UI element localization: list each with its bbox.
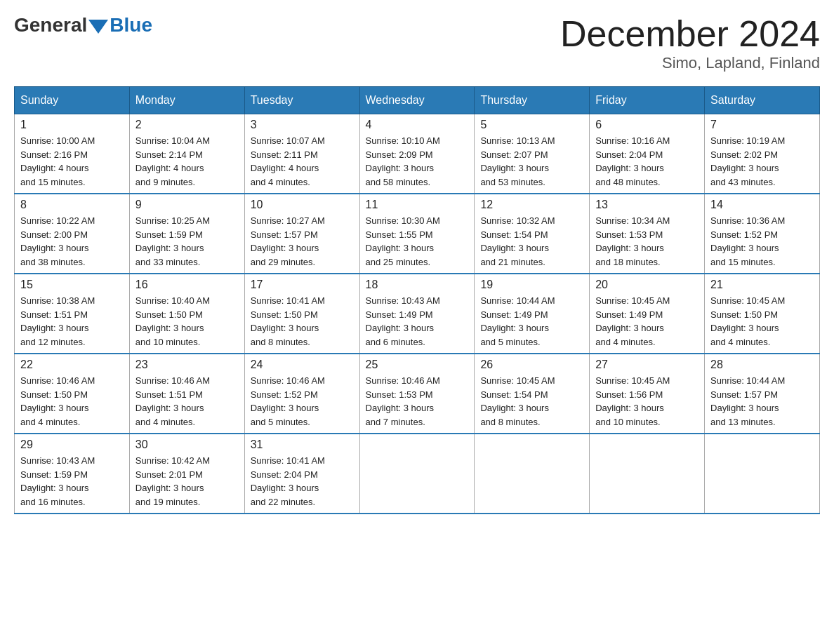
logo-general-text: General: [14, 14, 87, 36]
day-info: Sunrise: 10:36 AM Sunset: 1:52 PM Daylig…: [710, 214, 814, 269]
col-saturday: Saturday: [705, 87, 820, 114]
day-info: Sunrise: 10:25 AM Sunset: 1:59 PM Daylig…: [135, 214, 239, 269]
calendar-cell: 4 Sunrise: 10:10 AM Sunset: 2:09 PM Dayl…: [359, 114, 475, 194]
day-number: 14: [710, 199, 814, 211]
day-info: Sunrise: 10:38 AM Sunset: 1:51 PM Daylig…: [20, 294, 124, 349]
calendar-cell: 3 Sunrise: 10:07 AM Sunset: 2:11 PM Dayl…: [244, 114, 359, 194]
calendar-week-2: 8 Sunrise: 10:22 AM Sunset: 2:00 PM Dayl…: [15, 194, 820, 274]
col-sunday: Sunday: [15, 87, 130, 114]
calendar-cell: 24 Sunrise: 10:46 AM Sunset: 1:52 PM Day…: [244, 354, 359, 434]
calendar-cell: 29 Sunrise: 10:43 AM Sunset: 1:59 PM Day…: [15, 434, 130, 514]
day-info: Sunrise: 10:45 AM Sunset: 1:49 PM Daylig…: [595, 294, 699, 349]
day-number: 24: [251, 358, 354, 371]
day-number: 27: [595, 358, 699, 371]
day-info: Sunrise: 10:43 AM Sunset: 1:49 PM Daylig…: [366, 294, 469, 349]
day-info: Sunrise: 10:30 AM Sunset: 1:55 PM Daylig…: [366, 214, 469, 269]
day-number: 31: [251, 438, 354, 451]
day-info: Sunrise: 10:32 AM Sunset: 1:54 PM Daylig…: [480, 214, 583, 269]
day-info: Sunrise: 10:34 AM Sunset: 1:53 PM Daylig…: [595, 214, 699, 269]
day-info: Sunrise: 10:19 AM Sunset: 2:02 PM Daylig…: [710, 134, 814, 189]
day-info: Sunrise: 10:13 AM Sunset: 2:07 PM Daylig…: [480, 134, 583, 189]
col-friday: Friday: [590, 87, 705, 114]
col-wednesday: Wednesday: [359, 87, 475, 114]
day-info: Sunrise: 10:07 AM Sunset: 2:11 PM Daylig…: [251, 134, 354, 189]
calendar-cell: [359, 434, 475, 514]
day-number: 29: [20, 438, 124, 451]
day-info: Sunrise: 10:46 AM Sunset: 1:52 PM Daylig…: [251, 374, 354, 429]
day-number: 18: [366, 279, 469, 291]
calendar-cell: 30 Sunrise: 10:42 AM Sunset: 2:01 PM Day…: [129, 434, 244, 514]
day-number: 12: [480, 199, 583, 211]
calendar-cell: 22 Sunrise: 10:46 AM Sunset: 1:50 PM Day…: [15, 354, 130, 434]
day-number: 10: [251, 199, 354, 211]
calendar-week-3: 15 Sunrise: 10:38 AM Sunset: 1:51 PM Day…: [15, 274, 820, 354]
logo-triangle-icon: [88, 20, 108, 34]
col-monday: Monday: [129, 87, 244, 114]
calendar-cell: 9 Sunrise: 10:25 AM Sunset: 1:59 PM Dayl…: [129, 194, 244, 274]
day-number: 23: [135, 358, 239, 371]
day-info: Sunrise: 10:45 AM Sunset: 1:54 PM Daylig…: [480, 374, 583, 429]
day-info: Sunrise: 10:46 AM Sunset: 1:53 PM Daylig…: [366, 374, 469, 429]
month-title: December 2024: [560, 14, 820, 54]
calendar-cell: 5 Sunrise: 10:13 AM Sunset: 2:07 PM Dayl…: [475, 114, 590, 194]
calendar-week-4: 22 Sunrise: 10:46 AM Sunset: 1:50 PM Day…: [15, 354, 820, 434]
day-number: 26: [480, 358, 583, 371]
calendar-cell: 27 Sunrise: 10:45 AM Sunset: 1:56 PM Day…: [590, 354, 705, 434]
day-number: 2: [135, 119, 239, 131]
logo-blue-text: Blue: [110, 14, 152, 36]
calendar-cell: 31 Sunrise: 10:41 AM Sunset: 2:04 PM Day…: [244, 434, 359, 514]
day-number: 15: [20, 279, 124, 291]
day-number: 30: [135, 438, 239, 451]
day-info: Sunrise: 10:16 AM Sunset: 2:04 PM Daylig…: [595, 134, 699, 189]
day-number: 19: [480, 279, 583, 291]
day-number: 9: [135, 199, 239, 211]
day-info: Sunrise: 10:41 AM Sunset: 2:04 PM Daylig…: [251, 454, 354, 509]
day-info: Sunrise: 10:43 AM Sunset: 1:59 PM Daylig…: [20, 454, 124, 509]
day-number: 5: [480, 119, 583, 131]
day-info: Sunrise: 10:04 AM Sunset: 2:14 PM Daylig…: [135, 134, 239, 189]
calendar-cell: 7 Sunrise: 10:19 AM Sunset: 2:02 PM Dayl…: [705, 114, 820, 194]
calendar-cell: 18 Sunrise: 10:43 AM Sunset: 1:49 PM Day…: [359, 274, 475, 354]
day-info: Sunrise: 10:41 AM Sunset: 1:50 PM Daylig…: [251, 294, 354, 349]
day-info: Sunrise: 10:45 AM Sunset: 1:56 PM Daylig…: [595, 374, 699, 429]
day-number: 4: [366, 119, 469, 131]
calendar-cell: 10 Sunrise: 10:27 AM Sunset: 1:57 PM Day…: [244, 194, 359, 274]
day-number: 21: [710, 279, 814, 291]
calendar-cell: 17 Sunrise: 10:41 AM Sunset: 1:50 PM Day…: [244, 274, 359, 354]
page-header: General Blue December 2024 Simo, Lapland…: [14, 14, 820, 72]
calendar-cell: 2 Sunrise: 10:04 AM Sunset: 2:14 PM Dayl…: [129, 114, 244, 194]
day-number: 22: [20, 358, 124, 371]
day-number: 7: [710, 119, 814, 131]
day-number: 13: [595, 199, 699, 211]
calendar-cell: 21 Sunrise: 10:45 AM Sunset: 1:50 PM Day…: [705, 274, 820, 354]
day-info: Sunrise: 10:00 AM Sunset: 2:16 PM Daylig…: [20, 134, 124, 189]
day-number: 6: [595, 119, 699, 131]
day-info: Sunrise: 10:44 AM Sunset: 1:49 PM Daylig…: [480, 294, 583, 349]
calendar-cell: 8 Sunrise: 10:22 AM Sunset: 2:00 PM Dayl…: [15, 194, 130, 274]
calendar-week-5: 29 Sunrise: 10:43 AM Sunset: 1:59 PM Day…: [15, 434, 820, 514]
calendar-cell: 14 Sunrise: 10:36 AM Sunset: 1:52 PM Day…: [705, 194, 820, 274]
calendar-cell: 15 Sunrise: 10:38 AM Sunset: 1:51 PM Day…: [15, 274, 130, 354]
day-number: 1: [20, 119, 124, 131]
logo: General Blue: [14, 14, 152, 36]
day-info: Sunrise: 10:46 AM Sunset: 1:50 PM Daylig…: [20, 374, 124, 429]
calendar-cell: [475, 434, 590, 514]
calendar-cell: 19 Sunrise: 10:44 AM Sunset: 1:49 PM Day…: [475, 274, 590, 354]
calendar-cell: 12 Sunrise: 10:32 AM Sunset: 1:54 PM Day…: [475, 194, 590, 274]
day-number: 25: [366, 358, 469, 371]
day-info: Sunrise: 10:46 AM Sunset: 1:51 PM Daylig…: [135, 374, 239, 429]
header-row: Sunday Monday Tuesday Wednesday Thursday…: [15, 87, 820, 114]
day-number: 28: [710, 358, 814, 371]
calendar-body: 1 Sunrise: 10:00 AM Sunset: 2:16 PM Dayl…: [15, 114, 820, 514]
day-info: Sunrise: 10:44 AM Sunset: 1:57 PM Daylig…: [710, 374, 814, 429]
calendar-cell: 16 Sunrise: 10:40 AM Sunset: 1:50 PM Day…: [129, 274, 244, 354]
calendar-cell: 13 Sunrise: 10:34 AM Sunset: 1:53 PM Day…: [590, 194, 705, 274]
calendar-cell: [705, 434, 820, 514]
calendar-cell: 1 Sunrise: 10:00 AM Sunset: 2:16 PM Dayl…: [15, 114, 130, 194]
location: Simo, Lapland, Finland: [560, 54, 820, 72]
calendar-header: Sunday Monday Tuesday Wednesday Thursday…: [15, 87, 820, 114]
day-info: Sunrise: 10:22 AM Sunset: 2:00 PM Daylig…: [20, 214, 124, 269]
day-number: 16: [135, 279, 239, 291]
calendar-cell: 28 Sunrise: 10:44 AM Sunset: 1:57 PM Day…: [705, 354, 820, 434]
calendar-cell: 26 Sunrise: 10:45 AM Sunset: 1:54 PM Day…: [475, 354, 590, 434]
